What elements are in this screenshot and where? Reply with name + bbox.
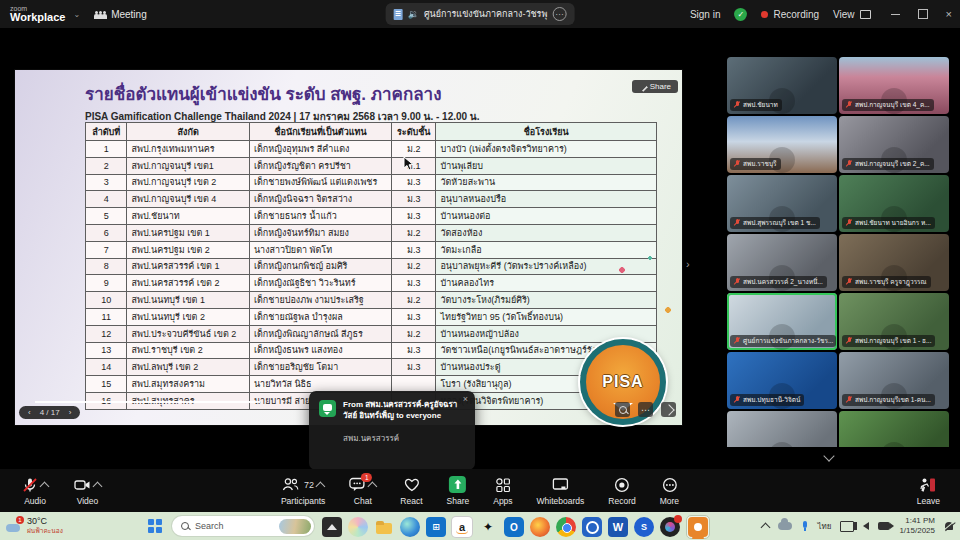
page-indicator: 4 / 17 (40, 408, 60, 417)
chat-button[interactable]: 1 Chat (349, 476, 376, 506)
blue-app-icon[interactable] (582, 517, 602, 537)
table-cell: 2 (86, 157, 127, 174)
blue-circle-app-icon[interactable]: S (634, 517, 654, 537)
video-tile[interactable]: สพม.ราชบุรี (727, 116, 837, 173)
record-button[interactable]: Record (608, 476, 635, 506)
react-button[interactable]: React (400, 476, 422, 506)
workspace-chevron-icon[interactable]: ⌄ (73, 10, 80, 19)
close-button[interactable]: × (946, 8, 952, 20)
share-screen-button[interactable]: Share (447, 476, 470, 506)
onedrive-icon[interactable] (778, 522, 792, 530)
dropbox-app-icon[interactable]: ✦ (478, 517, 498, 537)
edge-browser-icon[interactable] (400, 517, 420, 537)
video-camera-icon (74, 477, 91, 493)
leave-button[interactable]: Leave (917, 476, 940, 506)
popup-close-icon[interactable]: × (463, 394, 468, 404)
video-tile[interactable]: สพป.ชัยนาท นายอินกร ห... (839, 175, 949, 232)
table-cell: 1 (86, 141, 127, 158)
media-app-icon[interactable] (660, 517, 680, 537)
col-header-index: ลำดับที่ (86, 123, 127, 141)
language-indicator[interactable]: ไทย (817, 520, 831, 533)
tab-meeting[interactable]: Meeting (94, 9, 147, 20)
volume-icon[interactable] (863, 522, 869, 530)
record-label: Record (608, 496, 635, 506)
participants-button[interactable]: 72 Participants (281, 476, 325, 506)
video-button[interactable]: Video (74, 476, 101, 506)
chat-options-chevron[interactable] (368, 481, 378, 491)
file-explorer-icon[interactable] (374, 517, 394, 537)
zoom-in-button[interactable] (615, 402, 630, 417)
panel-collapse-icon[interactable]: › (686, 258, 690, 270)
photos-app-icon[interactable] (322, 517, 342, 537)
table-cell: บ้านพุเลียบ (436, 157, 657, 174)
video-tile[interactable]: สพป.ชัยนาท (727, 57, 837, 114)
video-tile[interactable]: ศูนย์การแข่งขันภาคกลาง-วัชร... (727, 293, 837, 350)
participants-options-chevron[interactable] (316, 481, 326, 491)
notification-bell-icon[interactable] (944, 521, 954, 532)
minimize-button[interactable] (891, 14, 900, 15)
video-tile[interactable]: สพป.กาญจนบุรี เขต 1 - ธ... (839, 293, 949, 350)
more-button[interactable]: More (660, 476, 679, 506)
participant-name: สพป.นครสวรรค์ 2_นางหนึ่... (743, 277, 823, 287)
search-highlight-image[interactable] (279, 519, 311, 534)
chat-notification-popup[interactable]: × From สพม.นครสวรรค์-ครูอัจฉราวัสย์ อินท… (309, 391, 475, 470)
table-cell: 15 (86, 376, 127, 393)
video-tile[interactable]: สพม.อุทัยธานี ชัยนาท_กนร... (839, 411, 949, 447)
video-tile[interactable]: สพป.สุพรรณบุรี เขต 1 ช... (727, 175, 837, 232)
more-tools-button[interactable]: ⋯ (638, 402, 653, 417)
taskbar-search[interactable]: Search (172, 516, 314, 536)
taskbar-clock[interactable]: 1:41 PM 1/15/2025 (899, 516, 935, 536)
apps-button[interactable]: Apps (493, 476, 512, 506)
tray-expand-icon[interactable] (761, 522, 771, 532)
muted-mic-icon (846, 396, 852, 404)
next-page-button[interactable]: › (69, 408, 72, 417)
fullscreen-button[interactable] (661, 402, 676, 417)
view-button[interactable]: View (833, 9, 871, 20)
outlook-app-icon[interactable]: O (504, 517, 524, 537)
firefox-browser-icon[interactable] (530, 517, 550, 537)
tray-camera-icon[interactable] (878, 522, 890, 530)
sign-in-button[interactable]: Sign in (690, 9, 721, 20)
audio-options-chevron[interactable] (40, 481, 50, 491)
meeting-toolbar: Audio Video (0, 469, 960, 512)
table-header-row: ลำดับที่ สังกัด ชื่อนักเรียนที่เป็นตัวแท… (86, 123, 657, 141)
pill-more-icon[interactable]: ⋯ (552, 7, 566, 21)
audio-button[interactable]: Audio (22, 476, 48, 506)
view-label: View (833, 9, 855, 20)
table-cell: สพป.นครปฐม เขต 1 (127, 224, 249, 241)
table-cell (392, 376, 436, 393)
video-tile[interactable]: สพป.กาญจนบุรีเขต 1-คน... (839, 352, 949, 409)
mic-muted-icon (22, 477, 38, 493)
maximize-button[interactable] (918, 9, 928, 19)
table-cell: 14 (86, 359, 127, 376)
active-app-highlight[interactable] (686, 515, 710, 539)
cast-display-icon[interactable] (840, 521, 854, 532)
copilot-app-icon[interactable] (348, 517, 368, 537)
meeting-title-pill[interactable]: 🔉 ศูนย์การแข่งขันภาคกลาง-วัชรพุ ⋯ (386, 3, 575, 25)
start-button[interactable] (148, 519, 162, 533)
table-cell: 13 (86, 342, 127, 359)
heart-icon (403, 477, 419, 492)
amazon-app-icon[interactable]: a (452, 517, 472, 537)
participant-name-pill: สพป.กาญจนบุรีเขต 1-คน... (842, 394, 935, 406)
microsoft-store-icon[interactable]: ⊞ (426, 517, 446, 537)
annotation-share-button[interactable]: Share (632, 80, 678, 93)
video-tile[interactable]: สพป.สุพรรณบุรี เขต 1 - ค... (727, 411, 837, 447)
video-options-chevron[interactable] (93, 481, 103, 491)
word-app-icon[interactable]: W (608, 517, 628, 537)
whiteboards-button[interactable]: Whiteboards (537, 476, 585, 506)
tray-mic-icon[interactable] (801, 521, 808, 531)
gallery-scroll-down-icon[interactable] (822, 452, 836, 460)
weather-widget[interactable]: 1 30°C ฝนฟ้าคะนอง (6, 516, 63, 536)
table-cell: สพป.นครปฐม เขต 2 (127, 241, 249, 258)
security-shield-icon[interactable]: ✓ (734, 8, 747, 21)
video-tile[interactable]: สพป.นครสวรรค์ 2_นางหนึ่... (727, 234, 837, 291)
chat-badge: 1 (361, 473, 372, 482)
video-tile[interactable]: สพม.ปทุมธานี-วิจิตน์ (727, 352, 837, 409)
table-cell: วัดบางระโหง(ภิรมย์ศิริ) (436, 292, 657, 309)
video-tile[interactable]: สพม.ราชบุรี ครูจาฎุวรรณ (839, 234, 949, 291)
chrome-browser-icon[interactable] (556, 517, 576, 537)
video-tile[interactable]: สพป.กาญจนบุรี เขต 2_ค... (839, 116, 949, 173)
video-tile[interactable]: สพป.กาญจนบุรี เขต 4_ค... (839, 57, 949, 114)
prev-page-button[interactable]: ‹ (28, 408, 31, 417)
